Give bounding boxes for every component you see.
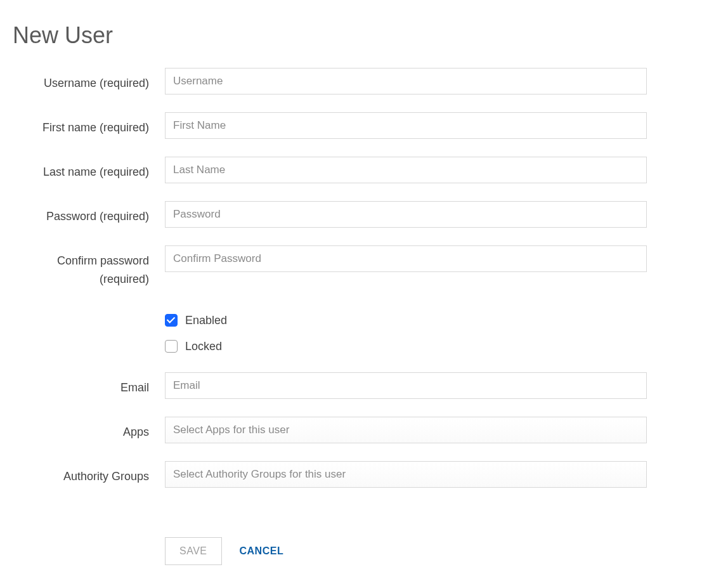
locked-checkbox-label: Locked — [185, 340, 222, 353]
password-input[interactable] — [165, 201, 647, 228]
row-apps: Apps Select Apps for this user — [13, 417, 715, 443]
apps-select[interactable]: Select Apps for this user — [165, 417, 647, 443]
row-last-name: Last name (required) — [13, 157, 715, 183]
cancel-button[interactable]: Cancel — [240, 545, 284, 557]
label-last-name: Last name (required) — [13, 157, 165, 181]
row-first-name: First name (required) — [13, 112, 715, 139]
page-title: New User — [13, 22, 715, 49]
row-email: Email — [13, 372, 715, 399]
label-username: Username (required) — [13, 68, 165, 93]
username-input[interactable] — [165, 68, 647, 94]
enabled-checkbox[interactable] — [165, 314, 178, 327]
confirm-password-input[interactable] — [165, 245, 647, 272]
label-confirm-password: Confirm password (required) — [13, 245, 165, 289]
new-user-form: Username (required) First name (required… — [13, 68, 715, 565]
label-email: Email — [13, 372, 165, 397]
row-locked: Locked — [13, 340, 715, 353]
authority-groups-select[interactable]: Select Authority Groups for this user — [165, 461, 647, 488]
row-confirm-password: Confirm password (required) — [13, 245, 715, 289]
save-button[interactable]: Save — [165, 537, 222, 565]
locked-checkbox[interactable] — [165, 340, 178, 353]
row-actions: Save Cancel — [13, 505, 715, 565]
label-apps: Apps — [13, 417, 165, 441]
enabled-checkbox-label: Enabled — [185, 314, 227, 327]
email-input[interactable] — [165, 372, 647, 399]
row-authority-groups: Authority Groups Select Authority Groups… — [13, 461, 715, 488]
label-locked-empty — [13, 340, 165, 346]
last-name-input[interactable] — [165, 157, 647, 183]
row-enabled: Enabled — [13, 314, 715, 327]
label-first-name: First name (required) — [13, 112, 165, 137]
first-name-input[interactable] — [165, 112, 647, 139]
label-authority-groups: Authority Groups — [13, 461, 165, 486]
label-password: Password (required) — [13, 201, 165, 226]
row-username: Username (required) — [13, 68, 715, 94]
label-enabled-empty — [13, 314, 165, 320]
row-password: Password (required) — [13, 201, 715, 228]
